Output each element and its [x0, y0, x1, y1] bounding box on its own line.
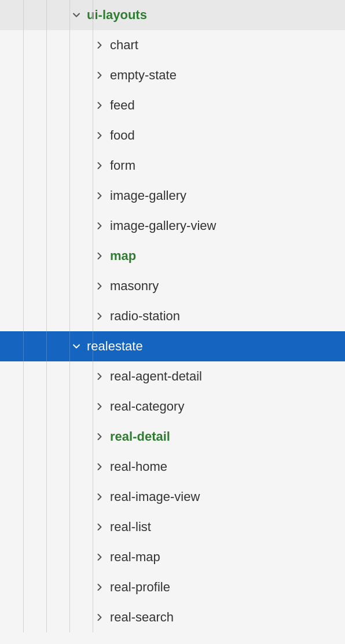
chevron-right-icon — [93, 68, 107, 82]
chevron-right-icon — [93, 189, 107, 203]
tree-item-real-profile[interactable]: real-profile — [0, 572, 345, 602]
tree-item-form[interactable]: form — [0, 151, 345, 181]
chevron-right-icon — [93, 98, 107, 112]
tree-item-real-home[interactable]: real-home — [0, 452, 345, 482]
chevron-right-icon — [93, 550, 107, 564]
chevron-right-icon — [93, 159, 107, 173]
tree-item-radio-station[interactable]: radio-station — [0, 301, 345, 331]
chevron-right-icon — [93, 520, 107, 534]
tree-item-label-real-agent-detail: real-agent-detail — [110, 369, 202, 384]
guide-lines — [0, 512, 345, 542]
guide-lines — [0, 0, 345, 30]
tree-item-label-image-gallery-view: image-gallery-view — [110, 218, 216, 233]
chevron-right-icon — [93, 129, 107, 142]
chevron-down-icon — [69, 339, 83, 353]
tree-item-label-real-search: real-search — [110, 610, 174, 625]
tree-item-empty-state[interactable]: empty-state — [0, 60, 345, 90]
guide-lines — [0, 542, 345, 572]
chevron-right-icon — [93, 430, 107, 444]
tree-item-label-chart: chart — [110, 38, 138, 53]
guide-lines — [0, 331, 345, 361]
chevron-down-icon — [69, 8, 83, 22]
guide-lines — [0, 241, 345, 271]
tree-item-label-masonry: masonry — [110, 279, 159, 294]
tree-item-feed[interactable]: feed — [0, 90, 345, 120]
tree-item-label-real-image-view: real-image-view — [110, 489, 200, 504]
guide-lines — [0, 422, 345, 452]
tree-item-label-real-home: real-home — [110, 459, 167, 474]
tree-item-label-real-map: real-map — [110, 550, 160, 565]
tree-item-label-real-detail: real-detail — [110, 429, 170, 444]
file-tree: ui-layoutschartempty-statefeedfoodformim… — [0, 0, 345, 644]
chevron-right-icon — [93, 309, 107, 323]
tree-item-map[interactable]: map — [0, 241, 345, 271]
tree-item-food[interactable]: food — [0, 120, 345, 151]
chevron-right-icon — [93, 460, 107, 474]
tree-item-chart[interactable]: chart — [0, 30, 345, 60]
chevron-right-icon — [93, 219, 107, 233]
tree-item-ui-layouts[interactable]: ui-layouts — [0, 0, 345, 30]
tree-item-label-real-category: real-category — [110, 399, 184, 414]
tree-item-label-real-profile: real-profile — [110, 580, 170, 595]
chevron-right-icon — [93, 38, 107, 52]
tree-item-real-category[interactable]: real-category — [0, 391, 345, 422]
chevron-right-icon — [93, 400, 107, 414]
tree-item-label-image-gallery: image-gallery — [110, 188, 186, 203]
chevron-right-icon — [93, 279, 107, 293]
chevron-right-icon — [93, 369, 107, 383]
tree-item-label-food: food — [110, 128, 135, 143]
tree-item-label-ui-layouts: ui-layouts — [87, 8, 147, 23]
guide-lines — [0, 572, 345, 602]
chevron-right-icon — [93, 249, 107, 263]
chevron-right-icon — [93, 490, 107, 504]
tree-item-label-real-list: real-list — [110, 519, 151, 535]
guide-lines — [0, 271, 345, 301]
guide-lines — [0, 30, 345, 60]
tree-item-label-radio-station: radio-station — [110, 309, 180, 324]
chevron-right-icon — [93, 580, 107, 594]
tree-item-realestate[interactable]: realestate — [0, 331, 345, 361]
tree-item-label-feed: feed — [110, 98, 135, 113]
guide-lines — [0, 90, 345, 120]
tree-item-real-detail[interactable]: real-detail — [0, 422, 345, 452]
tree-item-label-form: form — [110, 158, 135, 173]
tree-item-label-empty-state: empty-state — [110, 68, 177, 83]
tree-item-label-map: map — [110, 248, 136, 264]
tree-item-image-gallery[interactable]: image-gallery — [0, 181, 345, 211]
tree-item-image-gallery-view[interactable]: image-gallery-view — [0, 211, 345, 241]
tree-item-real-list[interactable]: real-list — [0, 512, 345, 542]
guide-lines — [0, 452, 345, 482]
chevron-right-icon — [93, 610, 107, 624]
tree-item-masonry[interactable]: masonry — [0, 271, 345, 301]
guide-lines — [0, 151, 345, 181]
tree-item-real-image-view[interactable]: real-image-view — [0, 482, 345, 512]
guide-lines — [0, 120, 345, 151]
tree-item-real-search[interactable]: real-search — [0, 602, 345, 632]
tree-item-real-agent-detail[interactable]: real-agent-detail — [0, 361, 345, 391]
tree-item-label-realestate: realestate — [87, 339, 143, 354]
tree-item-real-map[interactable]: real-map — [0, 542, 345, 572]
